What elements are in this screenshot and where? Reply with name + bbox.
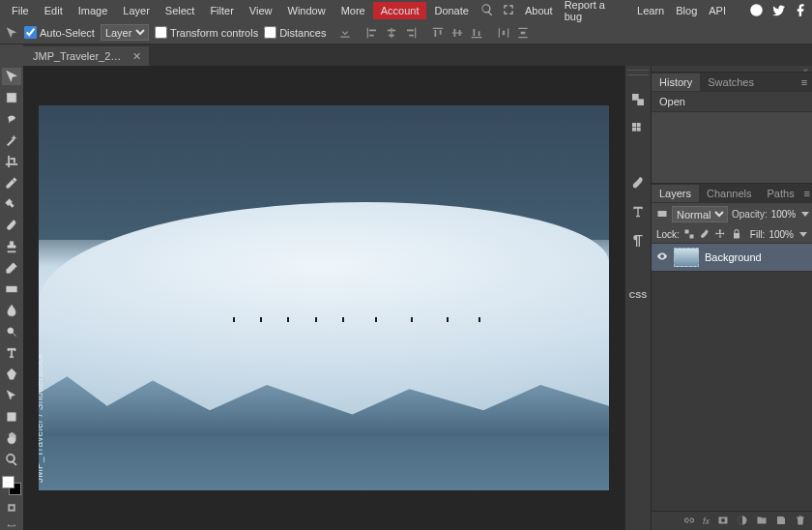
color-swatch[interactable]: [2, 476, 21, 495]
align-bottom-icon[interactable]: [469, 25, 484, 41]
lock-all-icon[interactable]: [731, 227, 742, 241]
menu-donate[interactable]: Donate: [426, 2, 476, 19]
gradient-tool[interactable]: [2, 280, 21, 298]
reddit-icon[interactable]: [741, 3, 764, 19]
main-area: JMP_Traveler / Shutterstock CSS « Histor…: [0, 66, 812, 530]
heal-tool[interactable]: [2, 195, 21, 213]
fill-value[interactable]: 100%: [768, 229, 794, 240]
trash-icon[interactable]: [795, 515, 806, 528]
layer-row-background[interactable]: Background: [652, 243, 812, 272]
canvas-area[interactable]: JMP_Traveler / Shutterstock: [23, 66, 624, 530]
menu-window[interactable]: Window: [280, 2, 334, 19]
move-tool[interactable]: [2, 68, 21, 85]
link-about[interactable]: About: [519, 2, 559, 19]
document-canvas[interactable]: JMP_Traveler / Shutterstock: [39, 105, 609, 490]
new-layer-icon[interactable]: [775, 515, 787, 528]
lock-pixels-icon[interactable]: [699, 227, 710, 241]
crop-tool[interactable]: [2, 153, 21, 170]
brush-panel-icon[interactable]: [629, 174, 647, 191]
menu-layer[interactable]: Layer: [115, 2, 158, 19]
opacity-value[interactable]: 100%: [771, 209, 797, 220]
layer-name[interactable]: Background: [705, 251, 762, 263]
link-report-bug[interactable]: Report a bug: [559, 0, 631, 25]
screenmode-icon[interactable]: [7, 520, 16, 530]
layer-thumbnail[interactable]: [674, 248, 699, 267]
zoom-tool[interactable]: [2, 451, 21, 468]
lock-position-icon[interactable]: [714, 227, 726, 241]
opacity-dropdown-icon[interactable]: [801, 212, 809, 217]
menu-account[interactable]: Account: [373, 2, 427, 19]
distances-checkbox[interactable]: Distances: [264, 26, 326, 39]
mask-icon[interactable]: [717, 515, 729, 528]
lasso-tool[interactable]: [2, 110, 21, 128]
swatches-panel-icon[interactable]: [629, 120, 647, 137]
link-blog[interactable]: Blog: [670, 2, 703, 19]
layer-filter-icon[interactable]: [656, 208, 668, 221]
dodge-tool[interactable]: [2, 323, 21, 340]
tab-swatches[interactable]: Swatches: [700, 74, 762, 91]
color-panel-icon[interactable]: [629, 91, 647, 108]
shape-tool[interactable]: [2, 408, 21, 426]
facebook-icon[interactable]: [786, 3, 808, 19]
link-api[interactable]: API: [703, 2, 732, 19]
pen-tool[interactable]: [2, 366, 21, 383]
brush-tool[interactable]: [2, 217, 21, 234]
css-panel-icon[interactable]: CSS: [629, 286, 647, 304]
toolbox: [0, 66, 23, 530]
eyedropper-tool[interactable]: [2, 174, 21, 191]
fx-icon[interactable]: fx: [703, 516, 710, 526]
paragraph-panel-icon[interactable]: [629, 232, 647, 250]
hand-tool[interactable]: [2, 429, 21, 447]
character-panel-icon[interactable]: [629, 203, 647, 221]
link-learn[interactable]: Learn: [631, 2, 670, 19]
blend-mode-select[interactable]: Normal: [672, 206, 728, 222]
lock-transparency-icon[interactable]: [683, 227, 695, 241]
path-select-tool[interactable]: [2, 387, 21, 404]
history-item[interactable]: Open: [652, 92, 812, 112]
menu-select[interactable]: Select: [158, 2, 203, 19]
twitter-icon[interactable]: [764, 3, 786, 19]
menu-file[interactable]: File: [4, 2, 37, 19]
panel-drag-handle[interactable]: [627, 70, 649, 75]
layer-visibility-icon[interactable]: [656, 250, 668, 264]
fill-dropdown-icon[interactable]: [799, 232, 807, 237]
menu-image[interactable]: Image: [71, 2, 116, 19]
group-icon[interactable]: [756, 515, 768, 528]
quickmask-icon[interactable]: [7, 503, 16, 513]
adjustment-icon[interactable]: [737, 515, 748, 528]
auto-select-target[interactable]: Layer: [101, 24, 149, 41]
close-tab-icon[interactable]: ✕: [132, 50, 141, 63]
tab-paths[interactable]: Paths: [760, 185, 802, 202]
fullscreen-icon[interactable]: [498, 3, 519, 18]
menu-filter[interactable]: Filter: [202, 2, 241, 19]
auto-select-checkbox[interactable]: Auto-Select: [24, 26, 95, 39]
align-top-icon[interactable]: [430, 25, 446, 41]
align-vcenter-icon[interactable]: [450, 25, 465, 41]
svg-rect-13: [658, 211, 667, 217]
wand-tool[interactable]: [2, 132, 21, 149]
menu-view[interactable]: View: [242, 2, 280, 19]
search-icon[interactable]: [477, 3, 498, 18]
layers-panel-menu-icon[interactable]: ≡: [802, 188, 812, 199]
tab-history[interactable]: History: [652, 74, 700, 91]
history-panel-menu-icon[interactable]: ≡: [797, 76, 812, 88]
type-tool[interactable]: [2, 344, 21, 362]
tab-layers[interactable]: Layers: [652, 185, 699, 202]
marquee-tool[interactable]: [2, 89, 21, 106]
eraser-tool[interactable]: [2, 259, 21, 277]
distribute-h-icon[interactable]: [496, 25, 511, 41]
download-icon[interactable]: [337, 25, 353, 41]
align-hcenter-icon[interactable]: [384, 25, 399, 41]
menu-more[interactable]: More: [334, 2, 373, 19]
tab-channels[interactable]: Channels: [699, 185, 759, 202]
transform-controls-checkbox[interactable]: Transform controls: [155, 26, 258, 39]
distribute-group: [496, 25, 531, 41]
document-tab[interactable]: JMP_Traveler_22287781 ✕: [23, 46, 149, 66]
align-right-icon[interactable]: [403, 25, 419, 41]
stamp-tool[interactable]: [2, 238, 21, 255]
link-layers-icon[interactable]: [683, 515, 695, 528]
distribute-v-icon[interactable]: [515, 25, 531, 41]
menu-edit[interactable]: Edit: [37, 2, 71, 19]
blur-tool[interactable]: [2, 302, 21, 319]
align-left-icon[interactable]: [364, 25, 380, 41]
